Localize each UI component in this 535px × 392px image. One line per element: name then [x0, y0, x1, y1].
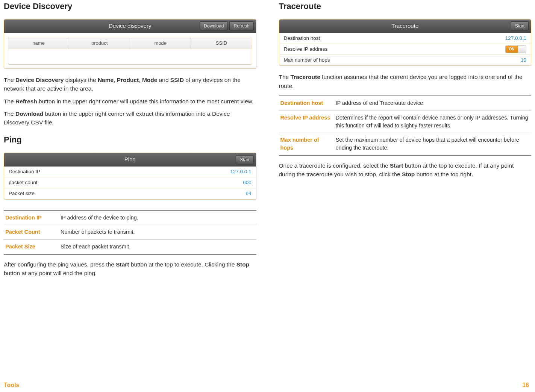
device-discovery-heading: Device Discovery — [4, 0, 256, 12]
row-value: 127.0.0.1 — [505, 35, 526, 42]
download-button[interactable]: Download — [200, 21, 228, 30]
row-label: Packet size — [9, 190, 35, 197]
device-discovery-panel-header: Device discovery Download Refresh — [4, 20, 256, 33]
ping-panel-header: Ping Start — [4, 153, 256, 166]
def-row: Packet Size Size of each packet transmit… — [4, 240, 256, 255]
footer-page-number: 16 — [522, 381, 529, 390]
panel-title: Traceroute — [391, 22, 418, 30]
traceroute-row-destination-host[interactable]: Destination host 127.0.0.1 — [279, 33, 531, 44]
col-name: name — [8, 37, 69, 49]
dd-paragraph-2: The Refresh button in the upper right co… — [4, 97, 256, 106]
footer-section: Tools — [4, 381, 19, 390]
ping-panel: Ping Start Destination IP 127.0.0.1 pack… — [4, 153, 256, 199]
tr-paragraph-1: The Traceroute function assumes that the… — [279, 73, 532, 90]
device-table-empty — [8, 49, 252, 64]
def-term: Packet Size — [5, 243, 56, 251]
ping-def-table: Destination IP IP address of the device … — [4, 210, 256, 255]
device-discovery-panel: Device discovery Download Refresh name p… — [4, 19, 256, 69]
def-desc: Set the maximum number of device hops th… — [336, 136, 530, 153]
ping-row-packet-count[interactable]: packet count 600 — [4, 177, 256, 188]
def-term: Resolve IP address — [280, 114, 331, 130]
panel-title: Device discovery — [109, 22, 151, 30]
row-label: Max number of hops — [284, 56, 330, 64]
traceroute-heading: Traceroute — [279, 0, 532, 12]
ping-start-button[interactable]: Start — [236, 155, 253, 164]
def-term: Destination IP — [5, 214, 56, 222]
def-row: Packet Count Number of packets to transm… — [4, 225, 256, 240]
ping-heading: Ping — [4, 133, 256, 146]
row-value: 127.0.0.1 — [230, 168, 251, 176]
toggle-knob — [518, 46, 526, 53]
def-term: Destination host — [280, 99, 331, 107]
ping-row-destination-ip[interactable]: Destination IP 127.0.0.1 — [4, 166, 256, 177]
refresh-button[interactable]: Refresh — [229, 21, 253, 30]
col-mode: mode — [130, 37, 191, 49]
row-label: Resolve IP address — [284, 45, 328, 53]
traceroute-row-resolve-ip[interactable]: Resolve IP address ON — [279, 44, 531, 55]
traceroute-start-button[interactable]: Start — [511, 21, 529, 30]
col-product: product — [69, 37, 130, 49]
panel-title: Ping — [124, 155, 136, 164]
def-desc: IP address of the device to ping. — [61, 214, 255, 222]
left-column: Device Discovery Device discovery Downlo… — [4, 0, 256, 281]
traceroute-row-max-hops[interactable]: Max number of hops 10 — [279, 55, 531, 65]
def-row: Resolve IP address Determines if the rep… — [279, 111, 532, 133]
def-term: Max number of hops — [280, 136, 331, 153]
traceroute-panel: Traceroute Start Destination host 127.0.… — [279, 19, 532, 66]
row-value: 64 — [246, 190, 251, 197]
dd-paragraph-3: The Download button in the upper right c… — [4, 109, 256, 127]
device-table: name product mode SSID — [8, 37, 252, 65]
row-label: packet count — [9, 179, 38, 186]
def-desc: IP address of end Traceroute device — [336, 99, 530, 107]
row-value: 600 — [243, 179, 252, 186]
ping-after-paragraph: After configuring the ping values, press… — [4, 260, 256, 278]
def-row: Destination host IP address of end Trace… — [279, 96, 532, 111]
resolve-ip-toggle[interactable]: ON — [505, 45, 526, 53]
ping-row-packet-size[interactable]: Packet size 64 — [4, 188, 256, 199]
def-desc: Size of each packet transmit. — [61, 243, 255, 251]
tr-after-paragraph: Once a traceroute is configured, select … — [279, 161, 532, 179]
right-column: Traceroute Traceroute Start Destination … — [279, 0, 532, 281]
page-footer: Tools 16 — [4, 381, 529, 390]
def-row: Max number of hops Set the maximum numbe… — [279, 133, 532, 156]
traceroute-panel-header: Traceroute Start — [279, 20, 531, 33]
row-label: Destination host — [284, 35, 320, 42]
def-term: Packet Count — [5, 228, 56, 236]
col-ssid: SSID — [191, 37, 252, 49]
row-label: Destination IP — [9, 168, 40, 176]
def-row: Destination IP IP address of the device … — [4, 211, 256, 226]
row-value: 10 — [521, 56, 526, 64]
def-desc: Number of packets to transmit. — [61, 228, 255, 236]
toggle-on-label: ON — [506, 46, 518, 53]
traceroute-def-table: Destination host IP address of end Trace… — [279, 95, 532, 156]
dd-paragraph-1: The Device Discovery displays the Name, … — [4, 76, 256, 93]
def-desc: Determines if the report will contain de… — [336, 114, 530, 130]
